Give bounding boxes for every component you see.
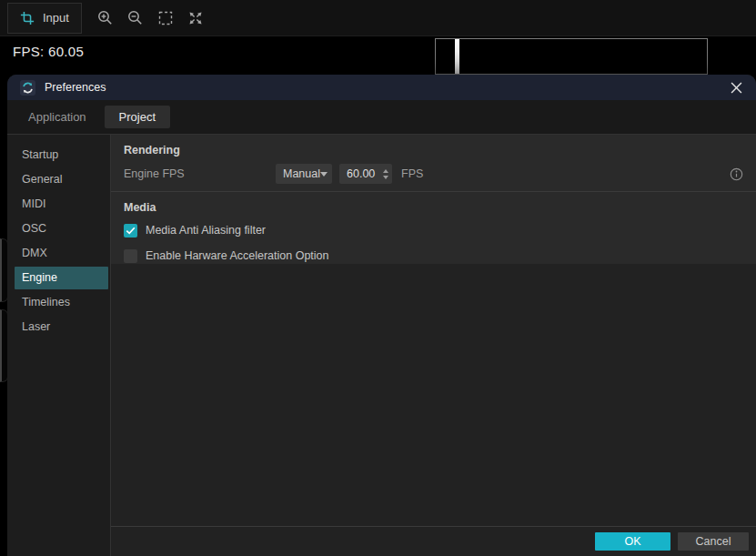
fps-value: 60.00 [339, 167, 375, 180]
input-tab[interactable]: Input [7, 3, 82, 34]
tab-application[interactable]: Application [28, 106, 86, 128]
spin-up-icon[interactable] [383, 169, 388, 173]
fps-mode-value: Manual [276, 167, 320, 180]
anti-aliasing-checkbox[interactable] [124, 224, 137, 238]
engine-fps-label: Engine FPS [124, 167, 276, 180]
sidebar-item-startup[interactable]: Startup [15, 144, 108, 167]
hardware-acceleration-label: Enable Harware Acceleration Option [146, 249, 329, 262]
rendering-section: Rendering Engine FPS Manual 60.00 [111, 135, 756, 191]
expand-icon[interactable] [187, 10, 204, 26]
sidebar-item-engine[interactable]: Engine [15, 267, 108, 289]
preferences-sidebar: Startup General MIDI OSC DMX Engine Time… [7, 135, 111, 556]
close-icon[interactable] [727, 78, 745, 96]
dialog-titlebar[interactable]: Preferences [7, 75, 756, 100]
chevron-down-icon [320, 172, 328, 177]
playhead-marker[interactable] [455, 39, 459, 74]
spinner-arrows[interactable] [383, 169, 388, 179]
zoom-out-icon[interactable] [127, 10, 144, 26]
dialog-footer: OK Cancel [111, 526, 756, 556]
toolbar-icons [97, 10, 204, 26]
rendering-heading: Rendering [124, 144, 756, 157]
fps-readout: FPS: 60.05 [13, 44, 84, 59]
engine-fps-row: Engine FPS Manual 60.00 FPS [124, 164, 756, 184]
cancel-button[interactable]: Cancel [678, 532, 749, 551]
input-tab-label: Input [43, 11, 69, 25]
zoom-in-icon[interactable] [97, 10, 114, 26]
sidebar-item-timelines[interactable]: Timelines [15, 291, 108, 314]
anti-aliasing-label: Media Anti Aliasing filter [146, 224, 266, 237]
engine-settings-panel: Rendering Engine FPS Manual 60.00 [111, 135, 756, 556]
media-section: Media Media Anti Aliasing filter Enable … [111, 192, 756, 264]
sidebar-item-osc[interactable]: OSC [15, 217, 108, 240]
app-logo-icon [20, 80, 35, 96]
timeline-preview[interactable] [435, 38, 708, 75]
fps-mode-dropdown[interactable]: Manual [276, 164, 332, 184]
hardware-acceleration-row: Enable Harware Acceleration Option [124, 247, 756, 265]
sidebar-item-laser[interactable]: Laser [15, 316, 108, 339]
dialog-title: Preferences [45, 81, 106, 94]
spin-down-icon[interactable] [383, 176, 388, 179]
info-icon[interactable] [729, 167, 743, 181]
fps-unit-label: FPS [401, 167, 423, 180]
crop-icon [20, 11, 35, 25]
ok-button[interactable]: OK [595, 532, 670, 551]
sidebar-item-general[interactable]: General [15, 168, 108, 191]
media-heading: Media [124, 201, 756, 214]
tab-project[interactable]: Project [105, 106, 170, 128]
check-icon [126, 227, 136, 235]
anti-aliasing-row: Media Anti Aliasing filter [124, 221, 756, 239]
dialog-tabs: Application Project [7, 100, 756, 135]
panel-empty-area [111, 264, 756, 526]
sidebar-item-midi[interactable]: MIDI [15, 193, 108, 216]
preferences-dialog: Preferences Application Project Startup … [7, 75, 756, 556]
marquee-selection-icon[interactable] [157, 10, 174, 26]
sidebar-item-dmx[interactable]: DMX [15, 242, 108, 265]
fps-value-spinner[interactable]: 60.00 [339, 164, 392, 184]
top-toolbar: Input [0, 0, 756, 36]
hardware-acceleration-checkbox[interactable] [124, 249, 137, 263]
